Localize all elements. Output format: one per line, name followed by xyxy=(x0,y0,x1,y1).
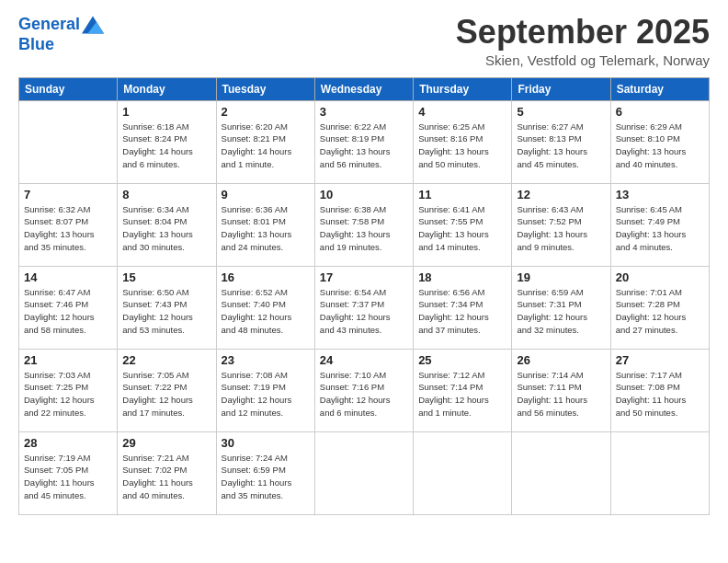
calendar-cell: 24Sunrise: 7:10 AMSunset: 7:16 PMDayligh… xyxy=(314,349,413,431)
day-number: 14 xyxy=(24,270,112,284)
day-info: Sunrise: 6:50 AMSunset: 7:43 PMDaylight:… xyxy=(122,286,210,337)
day-number: 11 xyxy=(418,188,506,201)
week-row-1: 1Sunrise: 6:18 AMSunset: 8:24 PMDaylight… xyxy=(19,100,710,183)
calendar-cell: 8Sunrise: 6:34 AMSunset: 8:04 PMDaylight… xyxy=(118,183,216,266)
calendar-cell: 19Sunrise: 6:59 AMSunset: 7:31 PMDayligh… xyxy=(512,266,610,349)
day-number: 2 xyxy=(222,105,310,119)
calendar-cell xyxy=(19,100,118,183)
weekday-header-sunday: Sunday xyxy=(19,77,118,100)
day-info: Sunrise: 6:52 AMSunset: 7:40 PMDaylight:… xyxy=(222,286,310,337)
logo-icon xyxy=(82,14,104,36)
day-info: Sunrise: 7:10 AMSunset: 7:16 PMDaylight:… xyxy=(320,369,408,419)
day-number: 23 xyxy=(222,353,310,367)
day-number: 12 xyxy=(517,188,605,201)
day-number: 17 xyxy=(320,270,408,284)
calendar-cell: 11Sunrise: 6:41 AMSunset: 7:55 PMDayligh… xyxy=(414,183,512,266)
logo-text: General xyxy=(18,16,80,34)
calendar-cell: 25Sunrise: 7:12 AMSunset: 7:14 PMDayligh… xyxy=(414,349,512,431)
calendar-cell: 7Sunrise: 6:32 AMSunset: 8:07 PMDaylight… xyxy=(19,183,118,266)
day-number: 27 xyxy=(616,353,704,367)
day-number: 29 xyxy=(122,436,210,450)
day-info: Sunrise: 6:27 AMSunset: 8:13 PMDaylight:… xyxy=(517,121,605,171)
day-number: 25 xyxy=(418,353,506,367)
calendar-cell xyxy=(414,431,512,514)
day-info: Sunrise: 6:45 AMSunset: 7:49 PMDaylight:… xyxy=(616,203,704,254)
calendar-cell: 12Sunrise: 6:43 AMSunset: 7:52 PMDayligh… xyxy=(512,183,610,266)
day-info: Sunrise: 6:25 AMSunset: 8:16 PMDaylight:… xyxy=(418,121,506,171)
header: General Blue September 2025 Skien, Vestf… xyxy=(18,14,710,68)
day-number: 13 xyxy=(616,188,704,201)
day-number: 7 xyxy=(24,188,112,201)
calendar-cell: 10Sunrise: 6:38 AMSunset: 7:58 PMDayligh… xyxy=(314,183,413,266)
calendar-cell: 4Sunrise: 6:25 AMSunset: 8:16 PMDaylight… xyxy=(414,100,512,183)
day-info: Sunrise: 7:03 AMSunset: 7:25 PMDaylight:… xyxy=(24,369,112,419)
weekday-header-friday: Friday xyxy=(512,77,610,100)
calendar-cell: 22Sunrise: 7:05 AMSunset: 7:22 PMDayligh… xyxy=(118,349,216,431)
day-info: Sunrise: 6:29 AMSunset: 8:10 PMDaylight:… xyxy=(616,121,704,171)
day-number: 9 xyxy=(222,188,310,201)
location: Skien, Vestfold og Telemark, Norway xyxy=(456,52,710,68)
calendar-cell: 6Sunrise: 6:29 AMSunset: 8:10 PMDaylight… xyxy=(610,100,709,183)
week-row-5: 28Sunrise: 7:19 AMSunset: 7:05 PMDayligh… xyxy=(19,431,710,514)
day-number: 16 xyxy=(222,270,310,284)
day-info: Sunrise: 6:22 AMSunset: 8:19 PMDaylight:… xyxy=(320,121,408,171)
day-info: Sunrise: 6:54 AMSunset: 7:37 PMDaylight:… xyxy=(320,286,408,337)
calendar-cell: 23Sunrise: 7:08 AMSunset: 7:19 PMDayligh… xyxy=(216,349,314,431)
day-number: 4 xyxy=(418,105,506,119)
calendar-cell: 17Sunrise: 6:54 AMSunset: 7:37 PMDayligh… xyxy=(314,266,413,349)
day-number: 6 xyxy=(616,105,704,119)
day-number: 3 xyxy=(320,105,408,119)
day-info: Sunrise: 7:08 AMSunset: 7:19 PMDaylight:… xyxy=(222,369,310,419)
week-row-2: 7Sunrise: 6:32 AMSunset: 8:07 PMDaylight… xyxy=(19,183,710,266)
calendar-cell: 20Sunrise: 7:01 AMSunset: 7:28 PMDayligh… xyxy=(610,266,709,349)
logo: General Blue xyxy=(18,14,104,54)
calendar-cell: 30Sunrise: 7:24 AMSunset: 6:59 PMDayligh… xyxy=(216,431,314,514)
day-info: Sunrise: 7:24 AMSunset: 6:59 PMDaylight:… xyxy=(222,452,310,502)
day-number: 20 xyxy=(616,270,704,284)
day-info: Sunrise: 7:05 AMSunset: 7:22 PMDaylight:… xyxy=(122,369,210,419)
day-number: 15 xyxy=(122,270,210,284)
calendar: SundayMondayTuesdayWednesdayThursdayFrid… xyxy=(18,77,710,515)
calendar-cell: 13Sunrise: 6:45 AMSunset: 7:49 PMDayligh… xyxy=(610,183,709,266)
calendar-cell: 27Sunrise: 7:17 AMSunset: 7:08 PMDayligh… xyxy=(610,349,709,431)
day-info: Sunrise: 6:34 AMSunset: 8:04 PMDaylight:… xyxy=(122,203,210,254)
day-info: Sunrise: 7:19 AMSunset: 7:05 PMDaylight:… xyxy=(24,452,112,502)
day-info: Sunrise: 6:36 AMSunset: 8:01 PMDaylight:… xyxy=(222,203,310,254)
calendar-cell xyxy=(512,431,610,514)
day-info: Sunrise: 7:17 AMSunset: 7:08 PMDaylight:… xyxy=(616,369,704,419)
month-title: September 2025 xyxy=(456,14,710,51)
calendar-cell: 3Sunrise: 6:22 AMSunset: 8:19 PMDaylight… xyxy=(314,100,413,183)
calendar-cell xyxy=(314,431,413,514)
day-number: 21 xyxy=(24,353,112,367)
calendar-cell: 1Sunrise: 6:18 AMSunset: 8:24 PMDaylight… xyxy=(118,100,216,183)
day-number: 30 xyxy=(222,436,310,450)
day-info: Sunrise: 6:41 AMSunset: 7:55 PMDaylight:… xyxy=(418,203,506,254)
day-number: 28 xyxy=(24,436,112,450)
day-number: 18 xyxy=(418,270,506,284)
week-row-4: 21Sunrise: 7:03 AMSunset: 7:25 PMDayligh… xyxy=(19,349,710,431)
day-number: 26 xyxy=(517,353,605,367)
calendar-cell: 2Sunrise: 6:20 AMSunset: 8:21 PMDaylight… xyxy=(216,100,314,183)
day-info: Sunrise: 6:43 AMSunset: 7:52 PMDaylight:… xyxy=(517,203,605,254)
calendar-cell: 26Sunrise: 7:14 AMSunset: 7:11 PMDayligh… xyxy=(512,349,610,431)
day-info: Sunrise: 6:56 AMSunset: 7:34 PMDaylight:… xyxy=(418,286,506,337)
calendar-cell: 18Sunrise: 6:56 AMSunset: 7:34 PMDayligh… xyxy=(414,266,512,349)
weekday-header-monday: Monday xyxy=(118,77,216,100)
calendar-cell: 9Sunrise: 6:36 AMSunset: 8:01 PMDaylight… xyxy=(216,183,314,266)
day-info: Sunrise: 6:47 AMSunset: 7:46 PMDaylight:… xyxy=(24,286,112,337)
day-number: 24 xyxy=(320,353,408,367)
calendar-cell: 28Sunrise: 7:19 AMSunset: 7:05 PMDayligh… xyxy=(19,431,118,514)
day-info: Sunrise: 6:20 AMSunset: 8:21 PMDaylight:… xyxy=(222,121,310,171)
weekday-header-wednesday: Wednesday xyxy=(314,77,413,100)
day-number: 22 xyxy=(122,353,210,367)
calendar-cell: 21Sunrise: 7:03 AMSunset: 7:25 PMDayligh… xyxy=(19,349,118,431)
calendar-cell: 14Sunrise: 6:47 AMSunset: 7:46 PMDayligh… xyxy=(19,266,118,349)
day-info: Sunrise: 7:01 AMSunset: 7:28 PMDaylight:… xyxy=(616,286,704,337)
day-info: Sunrise: 6:38 AMSunset: 7:58 PMDaylight:… xyxy=(320,203,408,254)
day-info: Sunrise: 7:21 AMSunset: 7:02 PMDaylight:… xyxy=(122,452,210,502)
logo-blue-text: Blue xyxy=(18,36,104,54)
day-info: Sunrise: 6:18 AMSunset: 8:24 PMDaylight:… xyxy=(122,121,210,171)
weekday-header-row: SundayMondayTuesdayWednesdayThursdayFrid… xyxy=(19,77,710,100)
weekday-header-saturday: Saturday xyxy=(610,77,709,100)
calendar-cell xyxy=(610,431,709,514)
